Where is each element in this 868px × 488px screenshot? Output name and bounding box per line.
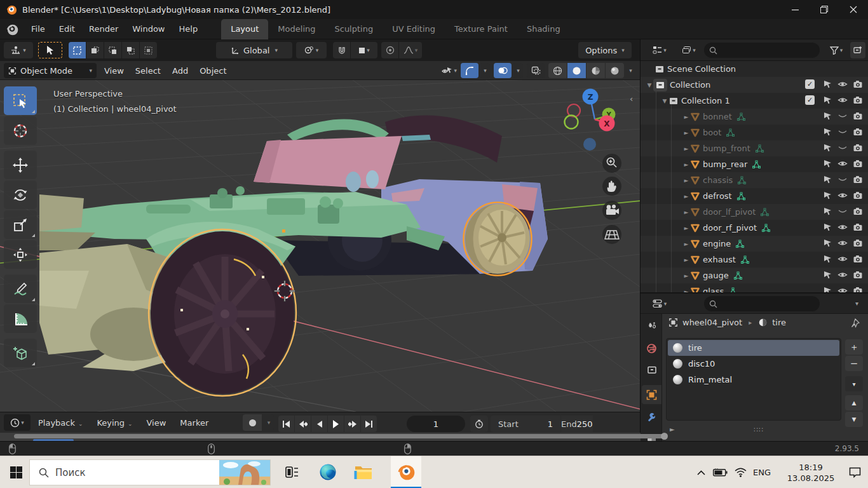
show-overlays-toggle[interactable]	[494, 63, 512, 78]
render-visibility-camera-icon[interactable]	[853, 95, 863, 105]
tool-measure[interactable]	[4, 304, 37, 333]
keying-dropdown[interactable]: ▾	[262, 414, 274, 431]
eye-open-icon[interactable]	[837, 191, 848, 200]
timeline-scrollbar[interactable]	[14, 434, 666, 438]
mode-dropdown[interactable]: Object Mode ▾	[4, 63, 97, 78]
outliner-object-row[interactable]: ► boot	[641, 125, 868, 140]
sidebar-collapse-arrow[interactable]: ‹	[630, 94, 633, 104]
panel-grip[interactable]: ∷∷	[754, 426, 764, 434]
object-name[interactable]: chassis	[703, 175, 733, 185]
expand-arrow-icon[interactable]: ►	[682, 146, 690, 152]
render-visibility-camera-icon[interactable]	[853, 79, 863, 89]
eye-closed-icon[interactable]	[837, 175, 848, 184]
render-visibility-camera-icon[interactable]	[853, 238, 863, 248]
expand-arrow-icon[interactable]: ►	[682, 130, 690, 136]
eye-closed-icon[interactable]	[837, 127, 848, 137]
selectability-icon[interactable]	[823, 286, 832, 294]
eye-closed-icon[interactable]	[837, 207, 848, 216]
outliner-editor-type-button[interactable]: ▾	[646, 42, 674, 58]
new-collection-button[interactable]	[850, 42, 865, 58]
menu-item[interactable]: Help	[172, 19, 205, 39]
timeline-editor-type-button[interactable]: ▾	[4, 414, 31, 431]
object-name[interactable]: bump_rear	[703, 159, 747, 169]
selectability-icon[interactable]	[823, 95, 832, 105]
timeline-menu-item[interactable]: Playback ⌄	[38, 418, 83, 428]
collapse-arrow-icon[interactable]: ▼	[646, 82, 653, 88]
eye-open-icon[interactable]	[837, 159, 848, 168]
timeline-menu-item[interactable]: View	[147, 418, 166, 428]
outliner-object-row[interactable]: ► chassis	[641, 172, 868, 188]
outliner-object-row[interactable]: ► gauge	[641, 268, 868, 283]
collection-checkbox[interactable]: ✓	[805, 79, 815, 89]
clock[interactable]: 18:19 13.08.2025	[780, 456, 841, 488]
expand-arrow-icon[interactable]: ►	[682, 225, 690, 231]
frame-start-field[interactable]: Start1	[491, 416, 560, 432]
object-name[interactable]: defrost	[703, 191, 732, 201]
proportional-falloff-dropdown[interactable]: ▾	[399, 42, 422, 58]
preview-range-stopwatch-button[interactable]	[470, 416, 488, 432]
gizmo-axis-neg-z[interactable]	[583, 138, 596, 151]
timeline-menu-item[interactable]: Marker	[180, 418, 208, 428]
timeline-strip[interactable]	[0, 433, 641, 442]
render-visibility-camera-icon[interactable]	[853, 111, 863, 121]
shading-wireframe-button[interactable]	[548, 63, 567, 78]
selectability-icon[interactable]	[823, 175, 832, 184]
menu-item[interactable]: Edit	[52, 19, 82, 39]
render-visibility-camera-icon[interactable]	[853, 191, 863, 200]
render-visibility-camera-icon[interactable]	[853, 270, 863, 280]
properties-editor-type-button[interactable]: ▾	[646, 295, 674, 312]
workspace-tab[interactable]: Sculpting	[325, 19, 383, 39]
expand-arrow-icon[interactable]: ►	[682, 209, 690, 215]
task-view-button[interactable]	[282, 462, 302, 482]
eye-closed-icon[interactable]	[837, 111, 848, 121]
eye-open-icon[interactable]	[837, 238, 848, 248]
scrollbar-knob[interactable]	[661, 433, 668, 440]
language-indicator[interactable]: ENG	[750, 456, 774, 488]
viewport-canvas[interactable]: Y Z X ‹	[0, 80, 641, 412]
object-name[interactable]: boot	[703, 128, 721, 137]
collection-label[interactable]: Collection	[670, 80, 710, 90]
add-material-slot-button[interactable]: ＋	[845, 339, 863, 355]
hide-eye-icon[interactable]	[837, 79, 848, 89]
breadcrumb-object-name[interactable]: wheel04_pivot	[682, 318, 742, 327]
tool-transform[interactable]	[4, 240, 37, 269]
selectability-icon[interactable]	[823, 159, 832, 168]
zoom-button[interactable]	[602, 154, 621, 173]
workspace-tab[interactable]: Shading	[517, 19, 568, 39]
orientation-value[interactable]: Global	[243, 46, 269, 55]
material-slot-name[interactable]: tire	[688, 343, 702, 353]
expand-arrow-icon[interactable]: ►	[682, 273, 690, 279]
object-name[interactable]: engine	[703, 239, 731, 248]
selectability-icon[interactable]	[823, 79, 832, 89]
outliner-object-row[interactable]: ► glass	[641, 283, 868, 294]
material-slot-row[interactable]: tire	[668, 340, 839, 356]
viewport-menu-item[interactable]: Object	[200, 66, 226, 76]
minimize-button[interactable]	[780, 0, 810, 19]
close-button[interactable]	[839, 0, 868, 19]
render-visibility-camera-icon[interactable]	[853, 286, 863, 294]
tool-add-cube[interactable]	[4, 339, 37, 367]
outliner-search-input[interactable]	[704, 43, 820, 58]
selectability-icon[interactable]	[823, 111, 832, 121]
expand-arrow-icon[interactable]: ►	[682, 161, 690, 168]
render-visibility-camera-icon[interactable]	[853, 127, 863, 137]
object-name[interactable]: door_rf_pivot	[703, 223, 757, 233]
selectability-icon[interactable]	[823, 254, 832, 264]
taskbar-blender-app[interactable]	[391, 456, 421, 488]
select-mode-set[interactable]	[69, 42, 86, 58]
frame-end-field[interactable]: End250	[561, 416, 593, 432]
play-button[interactable]	[328, 416, 344, 432]
properties-search-input[interactable]	[704, 296, 820, 311]
mode-label[interactable]: Object Mode	[20, 66, 72, 76]
timeline-menu-item[interactable]: Keying ⌄	[97, 418, 132, 428]
maximize-button[interactable]	[810, 0, 839, 19]
shading-rendered-button[interactable]	[606, 63, 624, 78]
viewport-menu-item[interactable]: Select	[135, 66, 161, 76]
viewport-3d[interactable]: Object Mode ▾ ViewSelectAddObject ▾ ▾ ▾	[0, 61, 641, 412]
expand-arrow-icon[interactable]: ►	[682, 288, 690, 294]
shading-material-button[interactable]	[587, 63, 605, 78]
tray-expand-chevron[interactable]	[693, 456, 709, 488]
expand-arrow-icon[interactable]: ►	[682, 241, 690, 247]
render-visibility-camera-icon[interactable]	[853, 175, 863, 184]
menu-item[interactable]: Render	[82, 19, 125, 39]
